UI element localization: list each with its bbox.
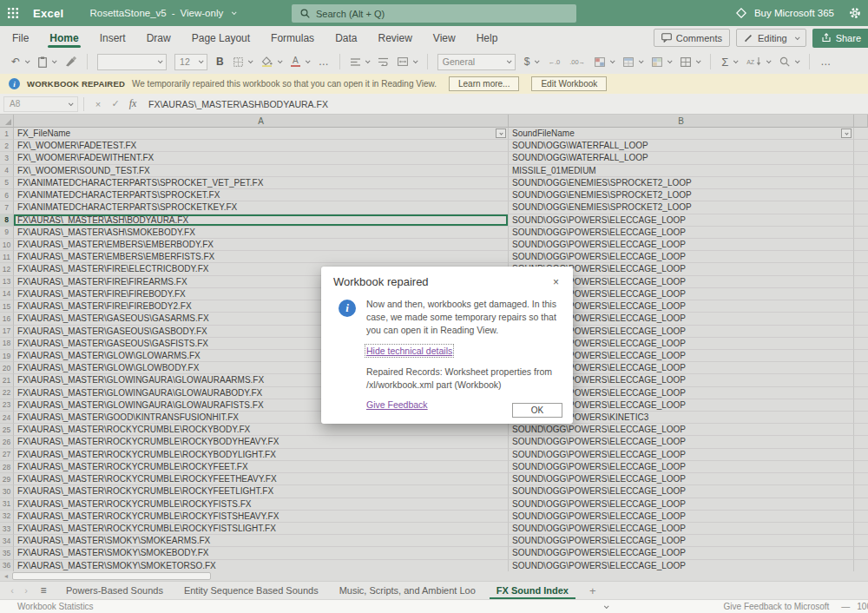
share-button[interactable]: Share	[812, 29, 868, 48]
cell-b5[interactable]: SOUND\OGG\ENEMIES\SPROCKET2_LOOP	[509, 177, 854, 189]
row-number[interactable]: 2	[0, 140, 14, 152]
menu-page-layout[interactable]: Page Layout	[192, 26, 250, 49]
cell-a8[interactable]: FX\AURAS\_MASTER\ASH\BODYAURA.FX	[14, 214, 509, 227]
sheet-tab-powers-based-sounds[interactable]: Powers-Based Sounds	[56, 582, 174, 600]
cell-c28[interactable]	[854, 461, 868, 473]
cell-b11[interactable]: SOUND\OGG\POWERS\ELECCAGE_LOOP	[509, 251, 854, 263]
give-feedback-link[interactable]: Give Feedback to Microsoft	[724, 602, 830, 611]
filter-dropdown-icon[interactable]	[496, 129, 506, 138]
cell-a32[interactable]: FX\AURAS\_MASTER\ROCKYCRUMBLE\ROCKYFISTS…	[14, 511, 509, 523]
row-number[interactable]: 13	[0, 276, 14, 288]
cell-styles-button[interactable]	[651, 52, 672, 71]
app-launcher-icon[interactable]	[0, 0, 26, 26]
undo-button[interactable]: ↶	[10, 52, 30, 71]
cell-b9[interactable]: SOUND\OGG\POWERS\ELECCAGE_LOOP	[509, 227, 854, 239]
row-number[interactable]: 33	[0, 523, 14, 535]
cell-c27[interactable]	[854, 449, 868, 461]
cell-b35[interactable]: SOUND\OGG\POWERS\ELECCAGE_LOOP	[509, 547, 854, 559]
name-box[interactable]: A8	[3, 96, 78, 112]
font-size-combobox[interactable]: 12	[174, 54, 207, 70]
row-number[interactable]: 16	[0, 313, 14, 325]
borders-button[interactable]	[233, 52, 253, 71]
row-number[interactable]: 4	[0, 165, 14, 177]
cell-a4[interactable]: FX\_WOOMER\SOUND_TEST.FX	[14, 165, 509, 177]
cell-c31[interactable]	[854, 498, 868, 511]
column-header-a[interactable]: A	[14, 115, 509, 128]
paste-button[interactable]	[37, 52, 56, 71]
cell-c22[interactable]	[854, 387, 868, 399]
cell-b32[interactable]: SOUND\OGG\POWERS\ELECCAGE_LOOP	[509, 511, 854, 523]
cell-a26[interactable]: FX\AURAS\_MASTER\ROCKYCRUMBLE\ROCKYBODYH…	[14, 436, 509, 448]
row-number[interactable]: 15	[0, 300, 14, 313]
row-number[interactable]: 18	[0, 338, 14, 350]
formula-input[interactable]: FX\AURAS\_MASTER\ASH\BODYAURA.FX	[148, 99, 328, 109]
zoom-out-button[interactable]: —	[841, 602, 850, 611]
cell-b27[interactable]: SOUND\OGG\POWERS\ELECCAGE_LOOP	[509, 449, 854, 461]
cell-c3[interactable]	[854, 152, 868, 164]
settings-gear-icon[interactable]	[849, 7, 861, 19]
menu-formulas[interactable]: Formulas	[271, 26, 314, 49]
row-number[interactable]: 1	[0, 128, 14, 140]
cell-c24[interactable]	[854, 412, 868, 424]
font-name-combobox[interactable]	[97, 54, 167, 70]
cell-a27[interactable]: FX\AURAS\_MASTER\ROCKYCRUMBLE\ROCKYBODYL…	[14, 449, 509, 461]
cell-a31[interactable]: FX\AURAS\_MASTER\ROCKYCRUMBLE\ROCKYFISTS…	[14, 498, 509, 511]
row-number[interactable]: 26	[0, 436, 14, 448]
decrease-decimal-button[interactable]: .00→	[569, 52, 586, 71]
cell-a33[interactable]: FX\AURAS\_MASTER\ROCKYCRUMBLE\ROCKYFISTS…	[14, 523, 509, 535]
cancel-entry-button[interactable]: ×	[89, 99, 107, 109]
cell-b33[interactable]: SOUND\OGG\POWERS\ELECCAGE_LOOP	[509, 523, 854, 535]
row-number[interactable]: 11	[0, 251, 14, 263]
autosum-button[interactable]: Σ	[720, 52, 738, 71]
row-number[interactable]: 10	[0, 239, 14, 251]
row-number[interactable]: 5	[0, 177, 14, 189]
cell-b1[interactable]: SoundFileName	[509, 128, 854, 140]
menu-draw[interactable]: Draw	[147, 26, 171, 49]
menu-home[interactable]: Home	[49, 26, 78, 49]
row-number[interactable]: 27	[0, 449, 14, 461]
row-number[interactable]: 7	[0, 201, 14, 214]
cell-a5[interactable]: FX\ANIMATEDCHARACTERPARTS\SPROCKET_VET_P…	[14, 177, 509, 189]
row-number[interactable]: 3	[0, 152, 14, 164]
menu-insert[interactable]: Insert	[100, 26, 126, 49]
increase-decimal-button[interactable]: ←.0	[547, 52, 561, 71]
row-number[interactable]: 21	[0, 374, 14, 386]
row-number[interactable]: 30	[0, 485, 14, 498]
cell-a34[interactable]: FX\AURAS\_MASTER\SMOKY\SMOKEARMS.FX	[14, 535, 509, 547]
cell-a11[interactable]: FX\AURAS\_MASTER\EMBERS\EMBERFISTS.FX	[14, 251, 509, 263]
cell-b10[interactable]: SOUND\OGG\POWERS\ELECCAGE_LOOP	[509, 239, 854, 251]
row-number[interactable]: 22	[0, 387, 14, 399]
cell-c8[interactable]	[854, 214, 868, 227]
cell-c10[interactable]	[854, 239, 868, 251]
sort-filter-button[interactable]: AZ	[746, 52, 771, 71]
font-color-button[interactable]: A	[290, 52, 310, 71]
column-header-c[interactable]	[854, 115, 868, 128]
row-number[interactable]: 6	[0, 189, 14, 201]
search-input[interactable]: Search (Alt + Q)	[292, 4, 576, 23]
row-number[interactable]: 9	[0, 227, 14, 239]
cell-c23[interactable]	[854, 399, 868, 412]
row-number[interactable]: 8	[0, 214, 14, 227]
fill-color-button[interactable]	[260, 52, 282, 71]
editing-mode-button[interactable]: Editing	[736, 29, 806, 47]
row-number[interactable]: 28	[0, 461, 14, 473]
cell-c32[interactable]	[854, 511, 868, 523]
menu-review[interactable]: Review	[378, 26, 411, 49]
cell-c15[interactable]	[854, 300, 868, 313]
row-number[interactable]: 36	[0, 560, 14, 572]
cell-c2[interactable]	[854, 140, 868, 152]
filter-dropdown-icon[interactable]	[841, 129, 852, 138]
scroll-left-icon[interactable]: ◂	[0, 572, 12, 580]
cell-b6[interactable]: SOUND\OGG\ENEMIES\SPROCKET2_LOOP	[509, 189, 854, 201]
cell-c29[interactable]	[854, 473, 868, 485]
row-number[interactable]: 34	[0, 535, 14, 547]
number-format-combobox[interactable]: General	[437, 54, 516, 70]
cell-b29[interactable]: SOUND\OGG\POWERS\ELECCAGE_LOOP	[509, 473, 854, 485]
comments-button[interactable]: Comments	[654, 29, 730, 47]
cell-c13[interactable]	[854, 276, 868, 288]
hide-technical-details-link[interactable]: Hide technical details	[366, 346, 452, 356]
menu-file[interactable]: File	[12, 26, 29, 49]
row-number[interactable]: 17	[0, 326, 14, 338]
row-number[interactable]: 25	[0, 424, 14, 436]
edit-workbook-button[interactable]: Edit Workbook	[531, 76, 607, 91]
